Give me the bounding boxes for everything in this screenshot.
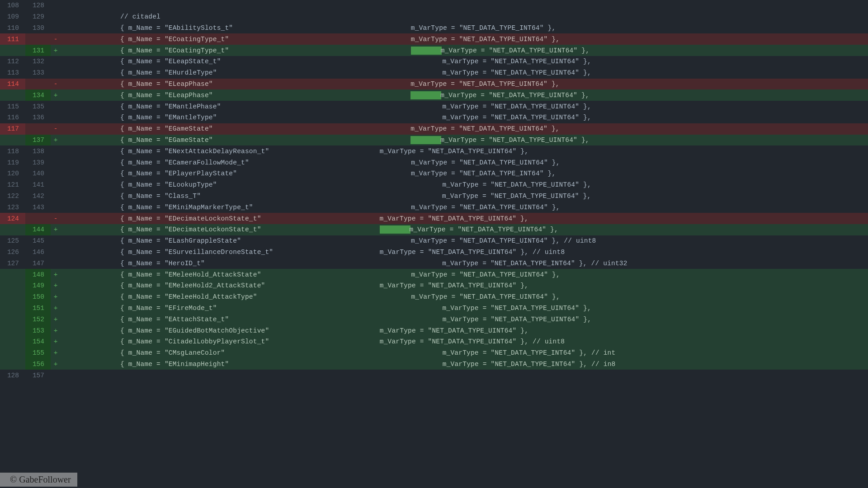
- diff-row-ctx[interactable]: 118138{ m_Name = "ENextAttackDelayReason…: [0, 145, 868, 157]
- line-number-new[interactable]: 135: [25, 101, 51, 112]
- line-number-old[interactable]: [0, 303, 25, 314]
- line-number-old[interactable]: [0, 135, 25, 146]
- diff-row-add[interactable]: 153+{ m_Name = "EGuidedBotMatchObjective…: [0, 325, 868, 336]
- code-content[interactable]: { m_Name = "ECameraFollowMode_t"m_VarTyp…: [61, 157, 868, 168]
- diff-row-ctx[interactable]: 108128: [0, 0, 868, 11]
- code-content[interactable]: { m_Name = "EMeleeHold2_AttackState"m_Va…: [61, 280, 868, 291]
- line-number-new[interactable]: 150: [25, 291, 51, 303]
- diff-row-ctx[interactable]: 119139{ m_Name = "ECameraFollowMode_t"m_…: [0, 157, 868, 168]
- code-content[interactable]: // citadel: [61, 11, 868, 23]
- line-number-old[interactable]: [0, 336, 25, 347]
- code-content[interactable]: { m_Name = "ELeapPhase"m_VarType = "NET_…: [61, 89, 868, 101]
- line-number-new[interactable]: 137: [25, 135, 51, 146]
- diff-row-add[interactable]: 137+{ m_Name = "EGameState"m_VarType = "…: [0, 135, 868, 146]
- code-content[interactable]: { m_Name = "HeroID_t"m_VarType = "NET_DA…: [61, 258, 868, 269]
- line-number-new[interactable]: 131: [25, 45, 51, 56]
- line-number-new[interactable]: 138: [25, 145, 51, 157]
- line-number-new[interactable]: [25, 79, 51, 90]
- diff-row-add[interactable]: 134+{ m_Name = "ELeapPhase"m_VarType = "…: [0, 89, 868, 101]
- code-content[interactable]: { m_Name = "ENextAttackDelayReason_t"m_V…: [61, 145, 868, 157]
- line-number-new[interactable]: 136: [25, 112, 51, 123]
- line-number-new[interactable]: [25, 33, 51, 45]
- line-number-old[interactable]: [0, 45, 25, 56]
- line-number-new[interactable]: 151: [25, 303, 51, 314]
- code-content[interactable]: { m_Name = "EDecimateLockonState_t"m_Var…: [61, 224, 868, 235]
- code-content[interactable]: { m_Name = "ELeapState_t"m_VarType = "NE…: [61, 56, 868, 67]
- diff-row-add[interactable]: 156+{ m_Name = "EMinimapHeight"m_VarType…: [0, 359, 868, 370]
- diff-row-ctx[interactable]: 113133{ m_Name = "EHurdleType"m_VarType …: [0, 67, 868, 79]
- code-content[interactable]: { m_Name = "ECoatingType_t"m_VarType = "…: [61, 45, 868, 56]
- line-number-old[interactable]: 123: [0, 202, 25, 213]
- code-content[interactable]: [61, 370, 868, 381]
- code-content[interactable]: { m_Name = "ECoatingType_t"m_VarType = "…: [61, 33, 868, 45]
- line-number-new[interactable]: 128: [25, 0, 51, 11]
- code-content[interactable]: { m_Name = "EMantleType"m_VarType = "NET…: [61, 112, 868, 123]
- line-number-new[interactable]: 148: [25, 269, 51, 280]
- diff-row-ctx[interactable]: 125145{ m_Name = "ELashGrappleState"m_Va…: [0, 235, 868, 247]
- line-number-old[interactable]: 121: [0, 179, 25, 191]
- line-number-old[interactable]: 109: [0, 11, 25, 23]
- diff-row-del[interactable]: 111-{ m_Name = "ECoatingType_t"m_VarType…: [0, 33, 868, 45]
- line-number-old[interactable]: 112: [0, 56, 25, 67]
- line-number-old[interactable]: 126: [0, 247, 25, 258]
- code-content[interactable]: { m_Name = "EGameState"m_VarType = "NET_…: [61, 123, 868, 135]
- diff-row-add[interactable]: 154+{ m_Name = "CitadelLobbyPlayerSlot_t…: [0, 336, 868, 347]
- diff-row-ctx[interactable]: 126146{ m_Name = "ESurveillanceDroneStat…: [0, 247, 868, 258]
- line-number-new[interactable]: 129: [25, 11, 51, 23]
- diff-row-add[interactable]: 149+{ m_Name = "EMeleeHold2_AttackState"…: [0, 280, 868, 291]
- code-content[interactable]: { m_Name = "CitadelLobbyPlayerSlot_t"m_V…: [61, 336, 868, 347]
- code-content[interactable]: [61, 0, 868, 11]
- line-number-old[interactable]: 122: [0, 191, 25, 202]
- line-number-new[interactable]: 133: [25, 67, 51, 79]
- line-number-new[interactable]: 155: [25, 347, 51, 359]
- code-content[interactable]: { m_Name = "EMiniMapMarkerType_t"m_VarTy…: [61, 202, 868, 213]
- line-number-old[interactable]: [0, 89, 25, 101]
- line-number-old[interactable]: 110: [0, 23, 25, 34]
- line-number-new[interactable]: 145: [25, 235, 51, 247]
- line-number-new[interactable]: [25, 213, 51, 224]
- line-number-new[interactable]: 132: [25, 56, 51, 67]
- line-number-old[interactable]: [0, 269, 25, 280]
- line-number-old[interactable]: 128: [0, 370, 25, 381]
- line-number-old[interactable]: 114: [0, 79, 25, 90]
- diff-row-del[interactable]: 117-{ m_Name = "EGameState"m_VarType = "…: [0, 123, 868, 135]
- diff-row-ctx[interactable]: 128157: [0, 370, 868, 381]
- diff-row-ctx[interactable]: 109129// citadel: [0, 11, 868, 23]
- diff-row-ctx[interactable]: 120140{ m_Name = "EPlayerPlayState"m_Var…: [0, 168, 868, 179]
- code-content[interactable]: { m_Name = "ESurveillanceDroneState_t"m_…: [61, 247, 868, 258]
- line-number-old[interactable]: 117: [0, 123, 25, 135]
- diff-row-ctx[interactable]: 116136{ m_Name = "EMantleType"m_VarType …: [0, 112, 868, 123]
- code-content[interactable]: { m_Name = "ELashGrappleState"m_VarType …: [61, 235, 868, 247]
- code-content[interactable]: { m_Name = "EMeleeHold_AttackType"m_VarT…: [61, 291, 868, 303]
- code-content[interactable]: { m_Name = "EMinimapHeight"m_VarType = "…: [61, 359, 868, 370]
- diff-row-add[interactable]: 144+{ m_Name = "EDecimateLockonState_t"m…: [0, 224, 868, 235]
- code-content[interactable]: { m_Name = "EDecimateLockonState_t"m_Var…: [61, 213, 868, 224]
- line-number-new[interactable]: 157: [25, 370, 51, 381]
- line-number-old[interactable]: [0, 224, 25, 235]
- code-content[interactable]: { m_Name = "CMsgLaneColor"m_VarType = "N…: [61, 347, 868, 359]
- line-number-old[interactable]: 113: [0, 67, 25, 79]
- line-number-old[interactable]: 124: [0, 213, 25, 224]
- code-content[interactable]: { m_Name = "EGuidedBotMatchObjective"m_V…: [61, 325, 868, 336]
- code-content[interactable]: { m_Name = "EMeleeHold_AttackState"m_Var…: [61, 269, 868, 280]
- diff-row-add[interactable]: 155+{ m_Name = "CMsgLaneColor"m_VarType …: [0, 347, 868, 359]
- line-number-old[interactable]: [0, 314, 25, 325]
- line-number-old[interactable]: 125: [0, 235, 25, 247]
- code-content[interactable]: { m_Name = "EHurdleType"m_VarType = "NET…: [61, 67, 868, 79]
- line-number-new[interactable]: 153: [25, 325, 51, 336]
- diff-row-add[interactable]: 148+{ m_Name = "EMeleeHold_AttackState"m…: [0, 269, 868, 280]
- code-content[interactable]: { m_Name = "EGameState"m_VarType = "NET_…: [61, 135, 868, 146]
- code-content[interactable]: { m_Name = "ELookupType"m_VarType = "NET…: [61, 179, 868, 191]
- code-content[interactable]: { m_Name = "Class_T"m_VarType = "NET_DAT…: [61, 191, 868, 202]
- diff-row-ctx[interactable]: 122142{ m_Name = "Class_T"m_VarType = "N…: [0, 191, 868, 202]
- line-number-old[interactable]: [0, 359, 25, 370]
- code-content[interactable]: { m_Name = "EFireMode_t"m_VarType = "NET…: [61, 303, 868, 314]
- line-number-new[interactable]: 149: [25, 280, 51, 291]
- diff-row-ctx[interactable]: 110130{ m_Name = "EAbilitySlots_t"m_VarT…: [0, 23, 868, 34]
- line-number-old[interactable]: 118: [0, 145, 25, 157]
- code-content[interactable]: { m_Name = "EPlayerPlayState"m_VarType =…: [61, 168, 868, 179]
- diff-row-add[interactable]: 131+{ m_Name = "ECoatingType_t"m_VarType…: [0, 45, 868, 56]
- diff-row-ctx[interactable]: 115135{ m_Name = "EMantlePhase"m_VarType…: [0, 101, 868, 112]
- diff-row-add[interactable]: 150+{ m_Name = "EMeleeHold_AttackType"m_…: [0, 291, 868, 303]
- diff-row-ctx[interactable]: 123143{ m_Name = "EMiniMapMarkerType_t"m…: [0, 202, 868, 213]
